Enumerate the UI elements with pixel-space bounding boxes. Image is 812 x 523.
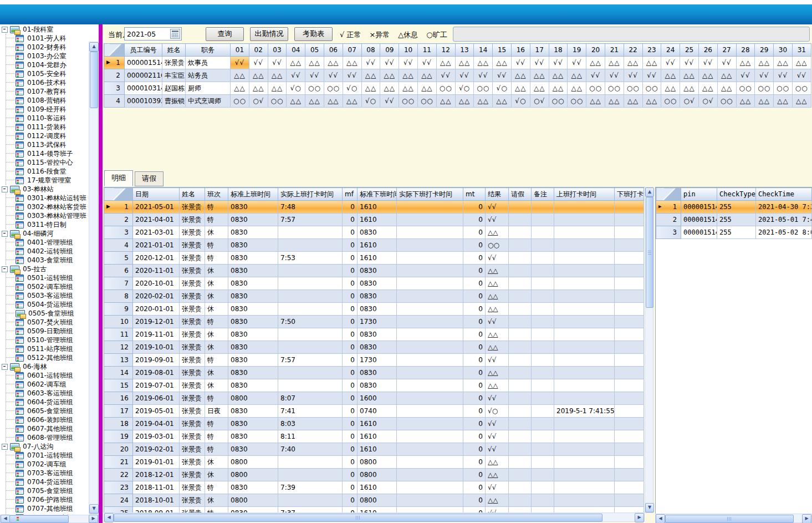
row-header[interactable]: 22 bbox=[104, 469, 133, 481]
day-cell[interactable]: △△ bbox=[624, 95, 642, 108]
row-header[interactable]: 19 bbox=[104, 430, 133, 443]
cell[interactable]: 休 bbox=[205, 277, 228, 290]
cell[interactable]: 2021-05-02 8:00 bbox=[756, 226, 812, 239]
cell[interactable] bbox=[554, 418, 615, 430]
cell[interactable]: 特 bbox=[205, 481, 228, 494]
cell[interactable] bbox=[509, 481, 532, 494]
cell[interactable]: △△ bbox=[486, 226, 509, 239]
cell[interactable]: 张景贵 bbox=[180, 265, 205, 277]
day-cell[interactable]: △△ bbox=[792, 95, 811, 108]
tree-node[interactable]: 05-拉古 bbox=[1, 265, 88, 273]
cell[interactable]: √√ bbox=[486, 252, 509, 265]
cell[interactable] bbox=[532, 201, 554, 214]
employee-id-cell[interactable]: 000010314 bbox=[125, 82, 162, 95]
day-column-header[interactable]: 26 bbox=[698, 44, 717, 57]
cell[interactable]: 0800 bbox=[358, 456, 397, 469]
cell[interactable]: △△ bbox=[486, 367, 509, 379]
tree-leaf[interactable]: 0505-食堂班组 bbox=[6, 309, 88, 318]
cell[interactable]: 0800 bbox=[228, 494, 278, 507]
attendance-sheet-button[interactable]: 考勤表 bbox=[294, 27, 333, 41]
cell[interactable]: 特 bbox=[205, 392, 228, 405]
row-header[interactable]: 2 bbox=[104, 69, 125, 82]
cell[interactable] bbox=[397, 303, 463, 316]
cell[interactable]: 000001514 bbox=[681, 201, 717, 214]
tree-leaf[interactable]: 0107-教育科 bbox=[6, 87, 88, 96]
day-cell[interactable]: √√ bbox=[530, 57, 549, 69]
cell[interactable]: 休 bbox=[205, 494, 228, 507]
tree-leaf[interactable]: 0606-装卸班组 bbox=[6, 415, 88, 424]
cell[interactable]: 0 bbox=[343, 214, 358, 226]
cell[interactable]: 0830 bbox=[228, 277, 278, 290]
day-cell[interactable]: √√ bbox=[380, 95, 399, 108]
cell[interactable] bbox=[532, 239, 554, 252]
cell[interactable]: 0 bbox=[343, 418, 358, 430]
cell[interactable] bbox=[278, 290, 343, 303]
day-cell[interactable]: △△ bbox=[249, 69, 268, 82]
cell[interactable]: 0 bbox=[343, 341, 358, 354]
cell[interactable] bbox=[509, 341, 532, 354]
cell[interactable] bbox=[554, 201, 615, 214]
table-row[interactable]: 172019-05-01张景贵日夜08307:41007400√○2019-5-… bbox=[104, 405, 644, 418]
day-cell[interactable]: √√ bbox=[436, 69, 455, 82]
day-cell[interactable]: △△ bbox=[474, 57, 493, 69]
cell[interactable]: 0 bbox=[343, 252, 358, 265]
cell[interactable]: 0 bbox=[343, 316, 358, 328]
tree-leaf[interactable]: 0705-食堂班组 bbox=[6, 486, 88, 495]
cell[interactable]: 0830 bbox=[228, 290, 278, 303]
tree-leaf[interactable]: 0509-日勤班组 bbox=[6, 327, 88, 336]
employee-title-cell[interactable]: 站务员 bbox=[186, 69, 231, 82]
cell[interactable] bbox=[615, 392, 644, 405]
cell[interactable]: 休 bbox=[205, 265, 228, 277]
cell[interactable]: √√ bbox=[486, 354, 509, 367]
row-header[interactable]: 7 bbox=[104, 277, 133, 290]
cell[interactable] bbox=[554, 226, 615, 239]
cell[interactable]: 0800 bbox=[228, 469, 278, 481]
cell[interactable]: △△ bbox=[486, 469, 509, 481]
column-header[interactable]: 职务 bbox=[186, 44, 231, 57]
cell[interactable] bbox=[615, 290, 644, 303]
cell[interactable] bbox=[509, 214, 532, 226]
row-header[interactable]: 16 bbox=[104, 392, 133, 405]
cell[interactable]: 0 bbox=[463, 328, 486, 341]
table-row[interactable]: 242018-10-01张景贵休0800008000△△ bbox=[104, 494, 644, 507]
cell[interactable]: 2018-11-01 bbox=[133, 481, 180, 494]
cell[interactable] bbox=[554, 443, 615, 456]
cell[interactable] bbox=[509, 277, 532, 290]
row-header[interactable]: 17 bbox=[104, 405, 133, 418]
cell[interactable] bbox=[615, 481, 644, 494]
tree-node[interactable]: 07-八达沟 bbox=[1, 442, 88, 451]
cell[interactable] bbox=[554, 328, 615, 341]
day-column-header[interactable]: 31 bbox=[792, 44, 811, 57]
cell[interactable]: 0 bbox=[463, 277, 486, 290]
day-column-header[interactable]: 22 bbox=[624, 44, 642, 57]
cell[interactable] bbox=[615, 456, 644, 469]
tree-leaf[interactable]: 0102-财务科 bbox=[6, 43, 88, 52]
employee-id-cell[interactable]: 000002116 bbox=[125, 69, 162, 82]
cell[interactable]: 0 bbox=[343, 494, 358, 507]
cell[interactable]: 0 bbox=[463, 430, 486, 443]
cell[interactable]: 1610 bbox=[358, 418, 397, 430]
cell[interactable]: 休 bbox=[205, 456, 228, 469]
cell[interactable]: 0 bbox=[343, 303, 358, 316]
cell[interactable]: 2018-12-01 bbox=[133, 469, 180, 481]
table-row[interactable]: 122019-10-01张景贵休0830008300△△ bbox=[104, 341, 644, 354]
tree-leaf[interactable]: 0504-货运班组 bbox=[6, 300, 88, 309]
cell[interactable] bbox=[532, 367, 554, 379]
day-column-header[interactable]: 20 bbox=[586, 44, 605, 57]
cell[interactable]: 7:53 bbox=[278, 252, 343, 265]
tree-leaf[interactable]: 0115-管控中心 bbox=[6, 158, 88, 167]
cell[interactable]: 0 bbox=[463, 392, 486, 405]
cell[interactable] bbox=[509, 418, 532, 430]
cell[interactable] bbox=[554, 290, 615, 303]
cell[interactable]: 7:40 bbox=[278, 443, 343, 456]
cell[interactable]: √√ bbox=[486, 443, 509, 456]
day-column-header[interactable]: 06 bbox=[324, 44, 343, 57]
table-row[interactable]: 162019-06-01张景贵特08008:07016000√√ bbox=[104, 392, 644, 405]
tree-leaf[interactable]: 0603-客运班组 bbox=[6, 389, 88, 398]
day-cell[interactable]: △△ bbox=[436, 57, 455, 69]
cell[interactable] bbox=[532, 290, 554, 303]
cell[interactable] bbox=[532, 494, 554, 507]
cell[interactable] bbox=[397, 354, 463, 367]
cell[interactable]: 休 bbox=[205, 303, 228, 316]
cell[interactable]: √√ bbox=[486, 392, 509, 405]
